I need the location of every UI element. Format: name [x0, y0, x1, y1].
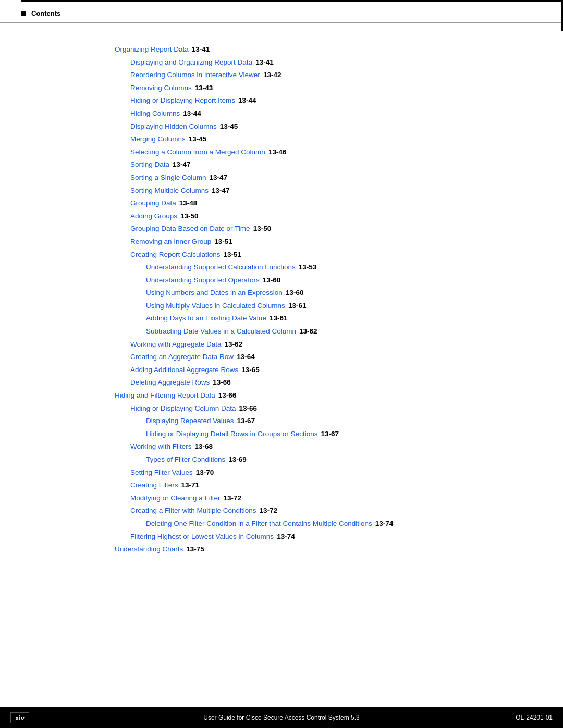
- toc-link[interactable]: Sorting a Single Column: [130, 172, 206, 183]
- toc-link[interactable]: Understanding Supported Calculation Func…: [146, 262, 296, 273]
- toc-link[interactable]: Subtracting Date Values in a Calculated …: [146, 326, 296, 337]
- page-container: Contents Organizing Report Data13-41Disp…: [0, 0, 563, 728]
- toc-page-num: 13-62: [225, 339, 243, 350]
- toc-entry: Reordering Columns in Interactive Viewer…: [130, 69, 448, 81]
- toc-entry: Deleting One Filter Condition in a Filte…: [146, 518, 448, 529]
- toc-link[interactable]: Creating a Filter with Multiple Conditio…: [130, 505, 256, 516]
- toc-entry: Modifying or Clearing a Filter13-72: [130, 492, 448, 504]
- toc-page-num: 13-66: [213, 377, 231, 388]
- toc-page-num: 13-51: [214, 236, 232, 248]
- toc-page-num: 13-66: [218, 390, 237, 401]
- toc-link[interactable]: Grouping Data: [130, 198, 176, 209]
- toc-entry: Using Multiply Values in Calculated Colu…: [146, 300, 448, 312]
- header: Contents: [0, 0, 563, 23]
- toc-page-num: 13-42: [263, 69, 282, 81]
- toc-link[interactable]: Understanding Supported Operators: [146, 275, 260, 286]
- toc-entry: Filtering Highest or Lowest Values in Co…: [130, 531, 448, 542]
- toc-entry: Hiding or Displaying Report Items13-44: [130, 95, 448, 106]
- toc-link[interactable]: Reordering Columns in Interactive Viewer: [130, 69, 260, 81]
- toc-page-num: 13-67: [237, 415, 255, 427]
- toc-link[interactable]: Hiding or Displaying Report Items: [130, 95, 235, 106]
- toc-link[interactable]: Hiding Columns: [130, 108, 180, 119]
- toc-page-num: 13-45: [189, 133, 207, 145]
- toc-link[interactable]: Adding Additional Aggregate Rows: [130, 364, 238, 376]
- toc-link[interactable]: Displaying Repeated Values: [146, 415, 234, 427]
- toc-link[interactable]: Organizing Report Data: [115, 44, 189, 55]
- toc-entry: Hiding or Displaying Column Data13-66: [130, 403, 448, 414]
- toc-link[interactable]: Displaying and Organizing Report Data: [130, 57, 252, 68]
- toc-link[interactable]: Sorting Multiple Columns: [130, 185, 209, 196]
- toc-link[interactable]: Sorting Data: [130, 159, 169, 170]
- toc-page-num: 13-41: [192, 44, 210, 55]
- toc-entry: Setting Filter Values13-70: [130, 467, 448, 478]
- toc-entry: Deleting Aggregate Rows13-66: [130, 377, 448, 388]
- toc-page-num: 13-69: [228, 454, 247, 465]
- toc-entry: Types of Filter Conditions13-69: [146, 454, 448, 465]
- toc-entry: Displaying and Organizing Report Data13-…: [130, 57, 448, 68]
- toc-link[interactable]: Deleting Aggregate Rows: [130, 377, 210, 388]
- toc-page-num: 13-66: [239, 403, 258, 414]
- toc-page-num: 13-48: [179, 198, 198, 209]
- toc-entry: Creating Report Calculations13-51: [130, 249, 448, 261]
- toc-page-num: 13-47: [212, 185, 230, 196]
- toc-link[interactable]: Working with Aggregate Data: [130, 339, 222, 350]
- toc-link[interactable]: Understanding Charts: [115, 544, 183, 555]
- toc-link[interactable]: Merging Columns: [130, 133, 186, 145]
- toc-link[interactable]: Working with Filters: [130, 441, 192, 452]
- toc-link[interactable]: Grouping Data Based on Date or Time: [130, 223, 250, 235]
- toc-link[interactable]: Hiding or Displaying Column Data: [130, 403, 236, 414]
- toc-link[interactable]: Hiding or Displaying Detail Rows in Grou…: [146, 428, 317, 440]
- toc-link[interactable]: Types of Filter Conditions: [146, 454, 225, 465]
- toc-page-num: 13-74: [277, 531, 295, 542]
- toc-page-num: 13-64: [237, 351, 255, 363]
- toc-page-num: 13-71: [181, 479, 200, 491]
- toc-entry: Organizing Report Data13-41: [115, 44, 448, 55]
- toc-page-num: 13-62: [299, 326, 317, 337]
- toc-link[interactable]: Removing an Inner Group: [130, 236, 211, 248]
- toc-link[interactable]: Setting Filter Values: [130, 467, 193, 478]
- toc-page-num: 13-43: [195, 82, 213, 94]
- toc-link[interactable]: Creating Report Calculations: [130, 249, 221, 261]
- toc-entry: Adding Additional Aggregate Rows13-65: [130, 364, 448, 376]
- toc-entry: Working with Aggregate Data13-62: [130, 339, 448, 350]
- toc-entry: Understanding Supported Operators13-60: [146, 275, 448, 286]
- toc-entry: Adding Days to an Existing Date Value13-…: [146, 313, 448, 324]
- toc-entry: Subtracting Date Values in a Calculated …: [146, 326, 448, 337]
- toc-link[interactable]: Removing Columns: [130, 82, 192, 94]
- toc-link[interactable]: Using Numbers and Dates in an Expression: [146, 287, 283, 299]
- toc-page-num: 13-70: [196, 467, 214, 478]
- toc-page-num: 13-75: [186, 544, 204, 555]
- header-title: Contents: [31, 9, 60, 17]
- footer-page-num: xiv: [10, 712, 29, 723]
- toc-link[interactable]: Creating an Aggregate Data Row: [130, 351, 234, 363]
- toc-page-num: 13-61: [288, 300, 307, 312]
- toc-link[interactable]: Displaying Hidden Columns: [130, 121, 217, 132]
- toc-entry: Creating a Filter with Multiple Conditio…: [130, 505, 448, 516]
- toc-entry: Understanding Charts13-75: [115, 544, 448, 555]
- toc-page-num: 13-72: [260, 505, 278, 516]
- toc-link[interactable]: Hiding and Filtering Report Data: [115, 390, 215, 401]
- toc-link[interactable]: Deleting One Filter Condition in a Filte…: [146, 518, 372, 529]
- toc-entry: Removing an Inner Group13-51: [130, 236, 448, 248]
- toc-link[interactable]: Creating Filters: [130, 479, 178, 491]
- toc-page-num: 13-60: [263, 275, 281, 286]
- toc-link[interactable]: Using Multiply Values in Calculated Colu…: [146, 300, 285, 312]
- toc-content: Organizing Report Data13-41Displaying an…: [0, 23, 563, 577]
- toc-link[interactable]: Selecting a Column from a Merged Column: [130, 146, 265, 158]
- toc-entry: Sorting Data13-47: [130, 159, 448, 170]
- toc-entry: Understanding Supported Calculation Func…: [146, 262, 448, 273]
- toc-page-num: 13-61: [270, 313, 288, 324]
- toc-link[interactable]: Modifying or Clearing a Filter: [130, 492, 221, 504]
- toc-link[interactable]: Adding Days to an Existing Date Value: [146, 313, 266, 324]
- toc-link[interactable]: Adding Groups: [130, 211, 177, 222]
- toc-entry: Sorting Multiple Columns13-47: [130, 185, 448, 196]
- toc-entry: Grouping Data13-48: [130, 198, 448, 209]
- toc-entry: Hiding and Filtering Report Data13-66: [115, 390, 448, 401]
- toc-entry: Hiding or Displaying Detail Rows in Grou…: [146, 428, 448, 440]
- toc-entry: Removing Columns13-43: [130, 82, 448, 94]
- toc-page-num: 13-68: [195, 441, 213, 452]
- toc-entry: Grouping Data Based on Date or Time13-50: [130, 223, 448, 235]
- toc-entry: Merging Columns13-45: [130, 133, 448, 145]
- toc-page-num: 13-50: [253, 223, 272, 235]
- toc-link[interactable]: Filtering Highest or Lowest Values in Co…: [130, 531, 274, 542]
